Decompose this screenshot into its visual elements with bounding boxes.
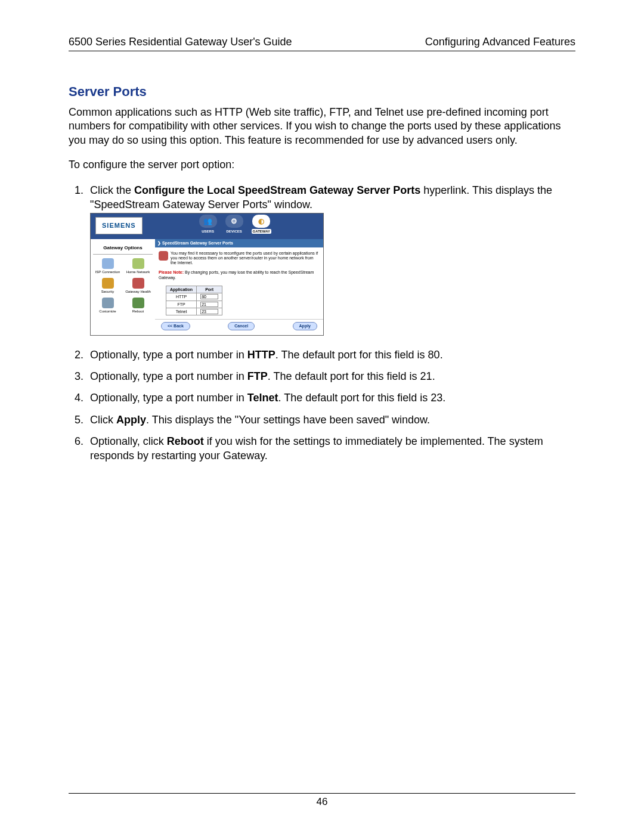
step-1-pre: Click the xyxy=(90,184,134,196)
brand-badge: SIEMENS xyxy=(95,217,143,234)
table-row: FTP xyxy=(166,301,222,308)
sidebar-item-home[interactable]: Home Network xyxy=(123,257,153,275)
screenshot-top-bar: SIEMENS 👥 USERS ⚙ DEVICES ◐ GATEWAY xyxy=(91,213,323,239)
step-6-pre: Optionally, click xyxy=(90,435,167,447)
step-2-pre: Optionally, type a port number in xyxy=(90,349,247,361)
sidebar-label: Security xyxy=(101,290,114,293)
screenshot-main: ❯ SpeedStream Gateway Server Ports You m… xyxy=(155,239,323,335)
apply-button[interactable]: Apply xyxy=(293,322,317,330)
tab-devices-label: DEVICES xyxy=(226,229,242,234)
col-port: Port xyxy=(197,286,222,293)
cancel-button[interactable]: Cancel xyxy=(228,322,255,330)
port-table: Application Port HTTP FTP xyxy=(166,286,222,316)
step-4-post: . The default port for this field is 23. xyxy=(278,392,445,404)
configure-lead: To configure the server port option: xyxy=(69,158,575,172)
telnet-port-input[interactable] xyxy=(200,309,218,314)
tab-users[interactable]: 👥 USERS xyxy=(199,215,217,234)
app-cell: FTP xyxy=(166,301,197,308)
page-footer: 46 xyxy=(69,793,575,808)
sidebar-item-reboot[interactable]: Reboot xyxy=(123,296,153,315)
screenshot-sidebar: Gateway Options ISP Connection Home Netw… xyxy=(91,239,155,335)
sidebar-title: Gateway Options xyxy=(93,243,153,255)
step-6: Optionally, click Reboot if you wish for… xyxy=(86,434,575,463)
step-5: Click Apply. This displays the "Your set… xyxy=(86,413,575,427)
step-5-pre: Click xyxy=(90,414,116,426)
warn-label: Please Note: xyxy=(159,270,184,274)
step-4: Optionally, type a port number in Telnet… xyxy=(86,391,575,405)
note-icon xyxy=(159,251,168,261)
header-left: 6500 Series Residential Gateway User's G… xyxy=(69,36,292,48)
gateway-screenshot: SIEMENS 👥 USERS ⚙ DEVICES ◐ GATEWAY xyxy=(90,213,324,336)
app-cell: Telnet xyxy=(166,308,197,315)
intro-paragraph: Common applications such as HTTP (Web si… xyxy=(69,106,575,147)
devices-icon: ⚙ xyxy=(231,216,237,226)
page-number: 46 xyxy=(317,796,328,807)
step-4-pre: Optionally, type a port number in xyxy=(90,392,247,404)
tab-gateway[interactable]: ◐ GATEWAY xyxy=(252,215,271,234)
back-button[interactable]: << Back xyxy=(161,322,190,330)
page-header: 6500 Series Residential Gateway User's G… xyxy=(69,36,575,51)
step-3-pre: Optionally, type a port number in xyxy=(90,370,247,382)
table-row: Telnet xyxy=(166,308,222,315)
col-application: Application xyxy=(166,286,197,293)
http-port-input[interactable] xyxy=(200,294,218,299)
tab-devices[interactable]: ⚙ DEVICES xyxy=(225,215,243,234)
step-6-bold: Reboot xyxy=(167,435,204,447)
app-cell: HTTP xyxy=(166,293,197,301)
step-5-post: . This displays the "Your settings have … xyxy=(146,414,430,426)
ftp-port-input[interactable] xyxy=(200,302,218,307)
step-3-post: . The default port for this field is 21. xyxy=(268,370,435,382)
header-right: Configuring Advanced Features xyxy=(425,36,575,48)
step-3: Optionally, type a port number in FTP. T… xyxy=(86,369,575,383)
tab-gateway-label: GATEWAY xyxy=(252,229,271,234)
sidebar-label: Reboot xyxy=(132,309,144,313)
step-2-bold: HTTP xyxy=(247,349,275,361)
step-1-bold: Configure the Local SpeedStream Gateway … xyxy=(134,184,420,196)
breadcrumb: ❯ SpeedStream Gateway Server Ports xyxy=(155,239,323,247)
step-3-bold: FTP xyxy=(247,370,268,382)
warn-text: Please Note: By changing ports, you may … xyxy=(155,268,323,284)
gateway-icon: ◐ xyxy=(258,216,264,226)
section-heading: Server Ports xyxy=(69,84,575,100)
tab-users-label: USERS xyxy=(202,229,214,234)
note-text: You may find it necessary to reconfigure… xyxy=(171,251,320,266)
sidebar-label: Home Network xyxy=(126,270,150,274)
step-2: Optionally, type a port number in HTTP. … xyxy=(86,348,575,362)
users-icon: 👥 xyxy=(203,216,212,226)
sidebar-item-customize[interactable]: Customize xyxy=(93,296,122,315)
sidebar-item-security[interactable]: Security xyxy=(93,277,122,295)
step-4-bold: Telnet xyxy=(247,392,278,404)
step-2-post: . The default port for this field is 80. xyxy=(275,349,443,361)
table-row: HTTP xyxy=(166,293,222,301)
steps-list: Click the Configure the Local SpeedStrea… xyxy=(69,183,575,463)
sidebar-item-isp[interactable]: ISP Connection xyxy=(93,257,122,275)
sidebar-label: Gateway Health xyxy=(125,290,151,293)
step-1: Click the Configure the Local SpeedStrea… xyxy=(86,183,575,336)
sidebar-label: Customize xyxy=(99,309,116,313)
step-5-bold: Apply xyxy=(116,414,146,426)
sidebar-item-health[interactable]: Gateway Health xyxy=(123,277,153,295)
button-row: << Back Cancel Apply xyxy=(155,319,323,335)
sidebar-label: ISP Connection xyxy=(95,270,120,274)
